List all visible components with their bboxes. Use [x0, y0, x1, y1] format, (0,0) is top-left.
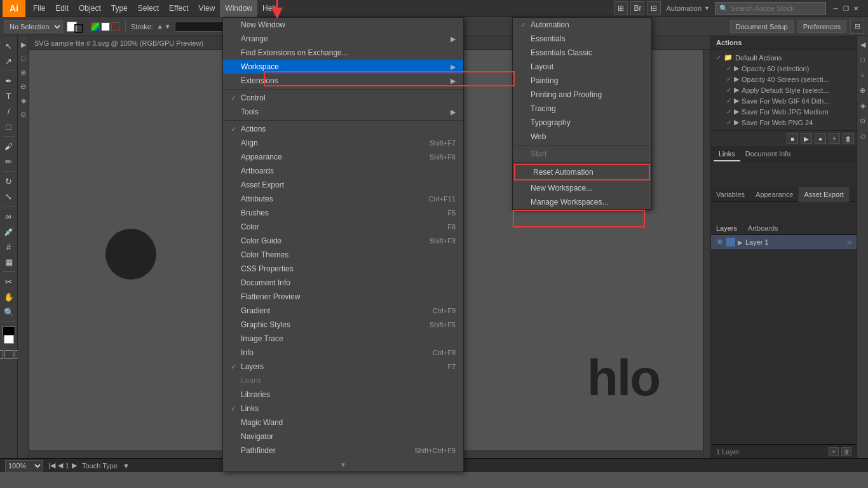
prev-icon[interactable]: ◀	[58, 461, 63, 470]
panel-icon-1[interactable]: ▶	[18, 39, 29, 50]
menu-new-window[interactable]: New Window	[223, 18, 463, 32]
search-input[interactable]	[731, 4, 822, 12]
menu-navigator[interactable]: Navigator	[223, 430, 463, 444]
variables-tab[interactable]: Variables	[711, 187, 750, 202]
vertical-scrollbar[interactable]	[703, 50, 710, 458]
ws-typography[interactable]: Typography	[513, 116, 651, 130]
menu-control[interactable]: ✓ Control	[223, 91, 463, 105]
menu-image-trace[interactable]: Image Trace	[223, 332, 463, 346]
selection-tool[interactable]: ↖	[1, 39, 17, 53]
menu-color-themes[interactable]: Color Themes	[223, 248, 463, 262]
arrange-docs-icon[interactable]: ⊟	[850, 20, 864, 34]
menu-tools[interactable]: Tools ▶	[223, 105, 463, 119]
menu-view[interactable]: View	[194, 0, 220, 17]
expand-icon[interactable]: ▶	[738, 239, 743, 246]
action-item-2[interactable]: ✓ ▶ Opacity 40 Screen (selecti...	[714, 74, 854, 85]
menu-edit[interactable]: Edit	[50, 0, 74, 17]
ws-manage-workspaces[interactable]: Manage Workspaces...	[513, 195, 651, 209]
menu-extensions[interactable]: Extensions ▶	[223, 74, 463, 88]
menu-info[interactable]: Info Ctrl+F8	[223, 346, 463, 360]
menu-libraries[interactable]: Libraries	[223, 388, 463, 402]
far-right-icon-2[interactable]: □	[857, 54, 869, 65]
menu-graphic-styles[interactable]: Graphic Styles Shift+F5	[223, 318, 463, 332]
menu-effect[interactable]: Effect	[164, 0, 193, 17]
direct-selection-tool[interactable]: ↗	[1, 54, 17, 68]
hand-tool[interactable]: ✋	[1, 290, 17, 304]
ws-essentials-classic[interactable]: Essentials Classic	[513, 46, 651, 60]
ws-painting[interactable]: Painting	[513, 74, 651, 88]
panel-icon-2[interactable]: □	[18, 53, 29, 64]
far-right-icon-1[interactable]: ◀	[857, 39, 869, 50]
record-button[interactable]: ●	[815, 133, 826, 144]
links-tab[interactable]: Links	[714, 146, 740, 161]
ws-new-workspace[interactable]: New Workspace...	[513, 181, 651, 195]
menu-magic-wand[interactable]: Magic Wand	[223, 416, 463, 430]
menu-actions[interactable]: ✓ Actions	[223, 122, 463, 136]
menu-align[interactable]: Align Shift+F7	[223, 136, 463, 150]
stroke-color[interactable]	[74, 24, 83, 33]
stop-button[interactable]: ■	[787, 133, 798, 144]
action-item-5[interactable]: ✓ ▶ Save For Web JPG Medium	[714, 106, 854, 117]
gradient-tool[interactable]: ▦	[1, 255, 17, 269]
rotate-tool[interactable]: ↻	[1, 174, 17, 188]
menu-flattener[interactable]: Flattener Preview	[223, 290, 463, 304]
panel-icon-6[interactable]: ⊙	[18, 109, 29, 120]
menu-color[interactable]: Color F6	[223, 220, 463, 234]
menu-color-guide[interactable]: Color Guide Shift+F3	[223, 234, 463, 248]
paintbrush-tool[interactable]: 🖌	[1, 139, 17, 153]
menu-brushes[interactable]: Brushes F5	[223, 206, 463, 220]
layers-tab[interactable]: Layers	[711, 221, 743, 235]
menu-help[interactable]: Help	[257, 0, 283, 17]
background-color[interactable]	[4, 335, 14, 344]
menu-type[interactable]: Type	[106, 0, 133, 17]
ws-printing-proofing[interactable]: Printing and Proofing	[513, 88, 651, 102]
play-button[interactable]: ▶	[801, 133, 812, 144]
menu-attributes[interactable]: Attributes Ctrl+F11	[223, 192, 463, 206]
action-item-1[interactable]: ✓ ▶ Opacity 60 (selection)	[714, 63, 854, 74]
menu-arrange[interactable]: Arrange ▶	[223, 32, 463, 46]
ws-web[interactable]: Web	[513, 130, 651, 144]
zoom-tool[interactable]: 🔍	[1, 305, 17, 319]
new-action-button[interactable]: +	[829, 133, 840, 144]
stroke-up[interactable]: ▲	[157, 23, 163, 30]
blend-tool[interactable]: ∞	[1, 209, 17, 223]
eyedropper-tool[interactable]: 💉	[1, 224, 17, 238]
menu-window[interactable]: Window	[220, 0, 257, 17]
menu-object[interactable]: Object	[74, 0, 106, 17]
menu-gradient[interactable]: Gradient Ctrl+F9	[223, 304, 463, 318]
preferences-button[interactable]: Preferences	[797, 20, 846, 33]
menu-document-info[interactable]: Document Info	[223, 276, 463, 290]
minimize-button[interactable]: ─	[831, 4, 840, 13]
document-setup-button[interactable]: Document Setup	[730, 20, 794, 33]
panel-icon-5[interactable]: ◈	[18, 95, 29, 106]
layer-1-item[interactable]: 👁 ▶ Layer 1 ○	[711, 235, 857, 249]
appearance-tab[interactable]: Appearance	[750, 187, 799, 202]
asset-export-tab[interactable]: Asset Export	[799, 187, 849, 202]
color-mode-icon[interactable]	[91, 22, 100, 31]
prev-page-icon[interactable]: |◀	[48, 461, 55, 470]
layer-lock-icon[interactable]: ○	[847, 238, 851, 247]
document-info-tab[interactable]: Document Info	[740, 146, 796, 161]
zoom-select[interactable]: 100%	[5, 460, 43, 471]
menu-css-properties[interactable]: CSS Properties	[223, 262, 463, 276]
far-right-icon-7[interactable]: ◇	[857, 130, 869, 142]
scissors-tool[interactable]: ✂	[1, 274, 17, 288]
menu-workspace[interactable]: Workspace ▶	[223, 60, 463, 74]
menu-select[interactable]: Select	[133, 0, 164, 17]
line-tool[interactable]: /	[1, 104, 17, 118]
menu-appearance[interactable]: Appearance Shift+F6	[223, 150, 463, 164]
delete-layer-button[interactable]: 🗑	[841, 447, 851, 456]
menu-find-extensions[interactable]: Find Extensions on Exchange...	[223, 46, 463, 60]
action-item-4[interactable]: ✓ ▶ Save For Web GIF 64 Dith...	[714, 95, 854, 106]
artboards-tab[interactable]: Artboards	[743, 221, 784, 235]
menu-asset-export[interactable]: Asset Export	[223, 178, 463, 192]
action-item-3[interactable]: ✓ ▶ Apply Default Style (select...	[714, 85, 854, 95]
menu-links[interactable]: ✓ Links	[223, 402, 463, 416]
menu-layers[interactable]: ✓ Layers F7	[223, 360, 463, 374]
stroke-down[interactable]: ▼	[165, 23, 171, 30]
ws-tracing[interactable]: Tracing	[513, 102, 651, 116]
draw-behind[interactable]	[4, 350, 13, 359]
panel-icon-3[interactable]: ⊕	[18, 67, 29, 78]
white-mode-icon[interactable]	[101, 22, 110, 31]
bridge-icon[interactable]: Br	[630, 1, 644, 15]
